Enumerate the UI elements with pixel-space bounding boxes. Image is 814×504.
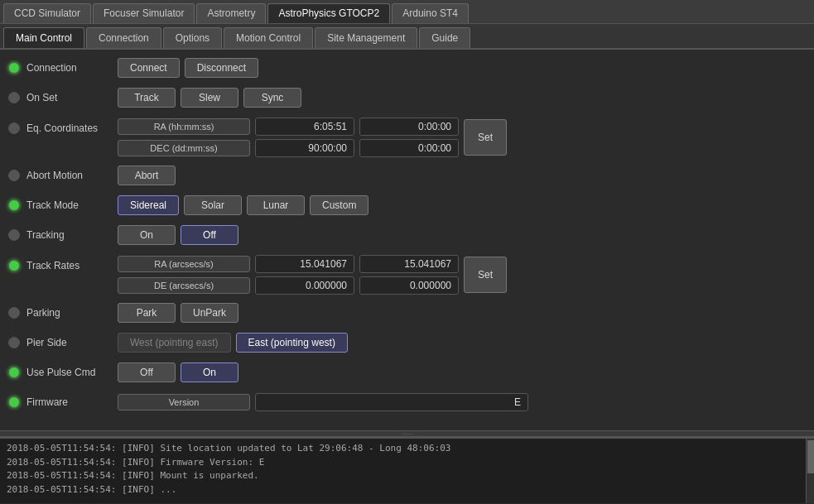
solar-button[interactable]: Solar [184, 195, 242, 215]
firmware-label: Firmware [26, 396, 118, 408]
custom-button[interactable]: Custom [310, 195, 368, 215]
parking-label: Parking [26, 307, 118, 319]
parking-controls: Park UnPark [118, 303, 238, 323]
ra-value1[interactable] [255, 118, 354, 136]
track-rates-set-button[interactable]: Set [464, 257, 507, 293]
tab-site-management[interactable]: Site Management [315, 27, 417, 48]
tracking-on-button[interactable]: On [118, 225, 176, 245]
log-scrollbar-thumb[interactable] [807, 440, 814, 473]
log-line-1: 2018-05-05T11:54:54: [INFO] Site locatio… [7, 442, 807, 456]
east-pointing-west-button[interactable]: East (pointing west) [236, 333, 348, 353]
tracking-off-button[interactable]: Off [181, 225, 238, 245]
de-arcsecs-label: DE (arcsecs/s) [118, 277, 250, 294]
eq-set-button[interactable]: Set [464, 119, 507, 156]
log-area: 2018-05-05T11:54:54: [INFO] Site locatio… [0, 437, 814, 503]
log-scrollbar[interactable] [806, 439, 814, 503]
tracking-row: Tracking On Off [8, 223, 806, 247]
log-line-4: 2018-05-05T11:54:54: [INFO] ... [7, 483, 807, 497]
abort-motion-controls: Abort [118, 166, 176, 185]
tab-arduino[interactable]: Arduino ST4 [392, 3, 469, 23]
track-button[interactable]: Track [118, 88, 176, 108]
onset-controls: Track Slew Sync [118, 88, 301, 108]
onset-label: On Set [26, 92, 118, 103]
firmware-indicator [8, 396, 20, 408]
pier-side-indicator [8, 337, 20, 348]
unpark-button[interactable]: UnPark [181, 303, 238, 323]
use-pulse-cmd-row: Use Pulse Cmd Off On [8, 361, 806, 384]
track-mode-indicator [8, 199, 20, 211]
de-rate-value1[interactable] [255, 276, 354, 295]
tracking-label: Tracking [26, 229, 118, 241]
pulse-cmd-off-button[interactable]: Off [118, 362, 176, 382]
eq-coordinates-indicator [8, 122, 20, 134]
sync-button[interactable]: Sync [243, 88, 301, 108]
track-mode-controls: Sidereal Solar Lunar Custom [118, 195, 368, 215]
disconnect-button[interactable]: Disconnect [185, 58, 258, 78]
dec-value1[interactable] [255, 139, 354, 157]
connect-button[interactable]: Connect [118, 58, 180, 78]
west-pointing-east-button[interactable]: West (pointing east) [118, 333, 231, 353]
ra-label: RA (hh:mm:ss) [118, 118, 250, 135]
lunar-button[interactable]: Lunar [247, 195, 305, 215]
sidereal-button[interactable]: Sidereal [118, 195, 179, 215]
tab-connection[interactable]: Connection [86, 27, 161, 48]
firmware-field-label: Version [118, 394, 250, 410]
resize-handle[interactable]: ····· [0, 430, 814, 437]
tab-options[interactable]: Options [163, 27, 222, 48]
tab-motion-control[interactable]: Motion Control [224, 27, 313, 48]
firmware-controls: Version [118, 393, 528, 411]
track-rates-label: Track Rates [26, 260, 118, 271]
slew-button[interactable]: Slew [181, 88, 238, 108]
track-mode-label: Track Mode [26, 199, 118, 211]
ra-value2[interactable] [359, 118, 459, 136]
connection-label: Connection [26, 62, 118, 74]
main-content-area: Connection Connect Disconnect On Set Tra… [0, 50, 814, 430]
pier-side-row: Pier Side West (pointing east) East (poi… [8, 331, 806, 354]
section-tab-bar: Main Control Connection Options Motion C… [0, 24, 814, 50]
connection-row: Connection Connect Disconnect [8, 56, 806, 79]
firmware-value[interactable] [255, 393, 528, 411]
ra-arcsecs-label: RA (arcsecs/s) [118, 256, 250, 272]
tab-astrophysics[interactable]: AstroPhysics GTOCP2 [267, 3, 390, 23]
dec-label: DEC (dd:mm:ss) [118, 140, 250, 156]
track-mode-row: Track Mode Sidereal Solar Lunar Custom [8, 194, 806, 217]
pier-side-controls: West (pointing east) East (pointing west… [118, 333, 348, 353]
tab-focuser-simulator[interactable]: Focuser Simulator [93, 3, 195, 23]
ra-rate-value2[interactable] [359, 255, 459, 273]
track-rates-row: Track Rates RA (arcsecs/s) DE (arcsecs/s… [8, 253, 806, 295]
pier-side-label: Pier Side [26, 337, 118, 348]
use-pulse-cmd-label: Use Pulse Cmd [26, 367, 118, 378]
firmware-row: Firmware Version [8, 391, 806, 414]
track-rates-indicator [8, 260, 20, 271]
tab-main-control[interactable]: Main Control [3, 27, 84, 48]
tracking-indicator [8, 229, 20, 241]
use-pulse-cmd-indicator [8, 367, 20, 378]
abort-button[interactable]: Abort [118, 166, 176, 185]
tab-guide[interactable]: Guide [419, 27, 470, 48]
dec-value2[interactable] [359, 139, 459, 157]
connection-controls: Connect Disconnect [118, 58, 258, 78]
onset-indicator [8, 92, 20, 103]
tab-ccd-simulator[interactable]: CCD Simulator [3, 3, 91, 23]
abort-motion-row: Abort Motion Abort [8, 164, 806, 187]
onset-row: On Set Track Slew Sync [8, 86, 806, 109]
park-button[interactable]: Park [118, 303, 176, 323]
abort-motion-indicator [8, 170, 20, 181]
track-rates-controls: RA (arcsecs/s) DE (arcsecs/s) Set [118, 255, 507, 295]
tracking-controls: On Off [118, 225, 238, 245]
de-rate-value2[interactable] [359, 276, 459, 295]
connection-indicator [8, 62, 20, 74]
device-tab-bar: CCD Simulator Focuser Simulator Astromet… [0, 0, 814, 24]
use-pulse-cmd-controls: Off On [118, 362, 238, 382]
ra-rate-value1[interactable] [255, 255, 354, 273]
abort-motion-label: Abort Motion [26, 170, 118, 181]
tab-astrometry[interactable]: Astrometry [196, 3, 266, 23]
eq-coordinates-controls: RA (hh:mm:ss) DEC (dd:mm:ss) Set [118, 118, 507, 157]
eq-coordinates-label: Eq. Coordinates [26, 122, 118, 134]
log-line-2: 2018-05-05T11:54:54: [INFO] Firmware Ver… [7, 456, 807, 470]
parking-row: Parking Park UnPark [8, 301, 806, 324]
log-line-3: 2018-05-05T11:54:54: [INFO] Mount is unp… [7, 469, 807, 483]
parking-indicator [8, 307, 20, 319]
pulse-cmd-on-button[interactable]: On [181, 362, 238, 382]
eq-coordinates-row: Eq. Coordinates RA (hh:mm:ss) DEC (dd:mm… [8, 116, 806, 157]
